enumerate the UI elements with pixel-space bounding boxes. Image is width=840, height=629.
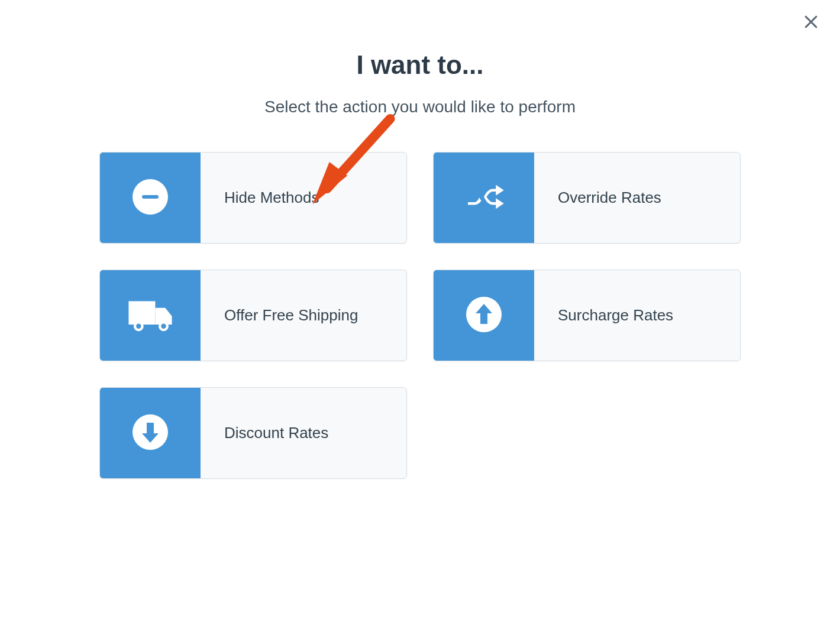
card-label-box: Discount Rates xyxy=(201,388,406,478)
arrow-down-circle-icon xyxy=(131,413,169,453)
svg-point-7 xyxy=(161,323,166,328)
surcharge-rates-card[interactable]: Surcharge Rates xyxy=(433,270,741,361)
close-button[interactable] xyxy=(800,11,822,35)
override-rates-card[interactable]: Override Rates xyxy=(433,152,741,244)
minus-circle-icon xyxy=(131,178,169,218)
offer-free-shipping-card[interactable]: Offer Free Shipping xyxy=(99,270,407,361)
card-icon-box xyxy=(434,270,534,361)
card-label: Offer Free Shipping xyxy=(224,306,358,325)
hide-methods-card[interactable]: Hide Methods xyxy=(99,152,407,244)
card-label: Discount Rates xyxy=(224,424,328,442)
card-icon-box xyxy=(100,388,201,478)
truck-icon xyxy=(124,288,177,343)
svg-rect-3 xyxy=(142,195,159,199)
action-cards-grid: Hide Methods Override Rates xyxy=(0,152,840,479)
arrow-up-circle-icon xyxy=(465,296,503,336)
card-label-box: Override Rates xyxy=(534,153,740,243)
modal-subtitle: Select the action you would like to perf… xyxy=(0,98,840,116)
card-icon-box xyxy=(434,153,534,243)
card-icon-box xyxy=(100,153,201,243)
card-label-box: Surcharge Rates xyxy=(534,270,740,361)
svg-point-5 xyxy=(136,323,141,328)
card-label: Override Rates xyxy=(558,189,661,207)
modal-content: I want to... Select the action you would… xyxy=(0,0,840,479)
shuffle-icon xyxy=(463,176,505,221)
card-label: Surcharge Rates xyxy=(558,306,673,325)
close-icon xyxy=(802,24,820,33)
modal-title: I want to... xyxy=(0,50,840,80)
card-label-box: Hide Methods xyxy=(201,153,406,243)
card-icon-box xyxy=(100,270,201,361)
card-label-box: Offer Free Shipping xyxy=(201,270,406,361)
card-label: Hide Methods xyxy=(224,189,319,207)
discount-rates-card[interactable]: Discount Rates xyxy=(99,387,407,479)
